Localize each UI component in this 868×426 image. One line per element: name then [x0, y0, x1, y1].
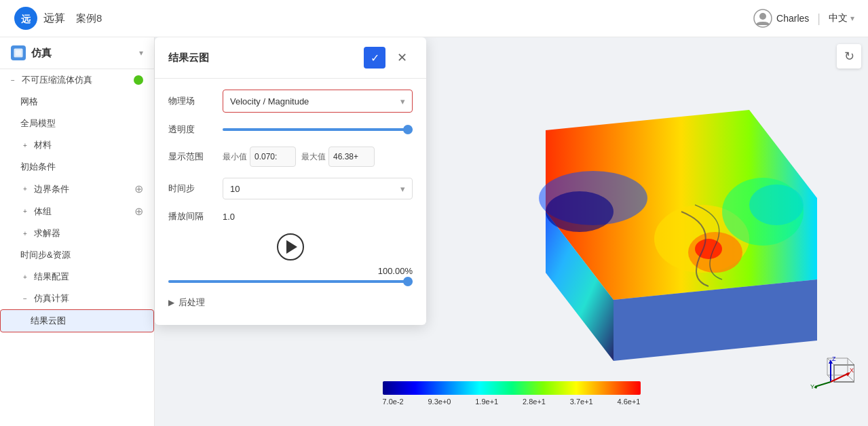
colorbar-label-1: 9.3e+0 [428, 398, 451, 406]
progress-slider-fill [168, 280, 413, 283]
app-title: 远算 [43, 12, 65, 26]
lang-label: 中文 [829, 12, 848, 24]
svg-line-23 [848, 375, 854, 382]
sidebar-item-mesh[interactable]: 网格 [0, 91, 154, 113]
colorbar [383, 381, 641, 395]
colorbar-container: 7.0e-2 9.3e+0 1.9e+1 2.8e+1 3.7e+1 4.6e+… [383, 381, 641, 406]
physics-field-row: 物理场 Velocity / Magnitude ▾ [168, 90, 413, 113]
sidebar-item-solver[interactable]: + 求解器 [0, 222, 154, 244]
colorbar-label-4: 3.7e+1 [570, 398, 593, 406]
transparency-slider-container [223, 128, 413, 131]
sidebar-item-initial-conditions[interactable]: 初始条件 [0, 156, 154, 178]
playback-interval-field: 1.0 [223, 210, 413, 222]
post-processing-label: 后处理 [178, 296, 205, 309]
svg-rect-5 [16, 50, 21, 56]
cube-icon [12, 47, 24, 59]
display-range-label: 显示范围 [168, 151, 216, 163]
header-divider: | [817, 12, 820, 26]
min-input[interactable]: 0.070: [250, 147, 296, 167]
add-boundary-icon[interactable]: ⊕ [134, 182, 143, 195]
physics-field-chevron-icon: ▾ [400, 96, 405, 106]
transparency-slider-thumb[interactable] [403, 125, 413, 134]
sidebar-item-boundary-conditions[interactable]: + 边界条件 ⊕ [0, 178, 154, 200]
physics-field-dropdown[interactable]: Velocity / Magnitude ▾ [223, 90, 413, 113]
sidebar-item-time-step[interactable]: 时间步&资源 [0, 244, 154, 266]
confirm-icon: ✓ [371, 52, 379, 64]
svg-point-3 [759, 13, 766, 20]
sidebar-item-body-groups[interactable]: + 体组 ⊕ [0, 200, 154, 222]
user-menu[interactable]: Charles [753, 9, 809, 28]
progress-slider-thumb[interactable] [403, 277, 413, 286]
transparency-slider-track [223, 128, 413, 131]
dialog-confirm-button[interactable]: ✓ [364, 47, 385, 69]
logo[interactable]: 远 远算 [14, 6, 65, 31]
max-value: 46.38+ [333, 152, 358, 161]
expand-icon: + [20, 185, 30, 194]
sidebar-header: 仿真 ▾ [0, 37, 154, 69]
timestep-select[interactable]: 10 ▾ [223, 178, 413, 199]
progress-text: 100.00% [378, 266, 413, 276]
max-range-group: 最大值 46.38+ [301, 147, 375, 167]
sidebar-item-simulation-calc[interactable]: − 仿真计算 [0, 288, 154, 309]
logo-icon: 远 [14, 6, 38, 31]
svg-text:远: 远 [21, 14, 31, 24]
progress-row: 100.00% [168, 266, 413, 276]
min-label: 最小值 [223, 151, 247, 163]
status-badge [134, 75, 143, 85]
svg-point-13 [546, 191, 614, 232]
sidebar-item-label: 时间步&资源 [20, 249, 71, 261]
sidebar-title-group: 仿真 [11, 45, 52, 60]
expand-icon: − [20, 294, 30, 303]
svg-text:Z: Z [832, 355, 836, 362]
max-label: 最大值 [301, 151, 326, 163]
display-range-row: 显示范围 最小值 0.070: 最大值 46.38+ [168, 147, 413, 167]
sidebar: 仿真 ▾ − 不可压缩流体仿真 网格 全局模型 + 材料 初始条件 + 边界条件… [0, 37, 155, 426]
sidebar-item-label: 体组 [34, 206, 52, 218]
timestep-label: 时间步 [168, 182, 216, 195]
language-selector[interactable]: 中文 ▾ [829, 12, 854, 24]
user-name: Charles [776, 13, 809, 24]
dialog-title: 结果云图 [168, 52, 209, 64]
svg-line-28 [831, 373, 849, 382]
close-icon: ✕ [397, 50, 407, 65]
refresh-button[interactable]: ↻ [837, 44, 861, 69]
sidebar-item-global-model[interactable]: 全局模型 [0, 113, 154, 134]
sidebar-item-label: 初始条件 [20, 161, 56, 173]
expand-icon: + [20, 140, 30, 150]
sidebar-item-materials[interactable]: + 材料 [0, 134, 154, 156]
sidebar-item-result-config[interactable]: + 结果配置 [0, 266, 154, 288]
transparency-label: 透明度 [168, 123, 216, 136]
sidebar-item-label: 网格 [20, 96, 38, 108]
dialog-close-button[interactable]: ✕ [391, 47, 413, 69]
3d-viewport[interactable] [426, 37, 868, 426]
max-input[interactable]: 46.38+ [328, 147, 375, 167]
axis-svg: Z X Y [807, 345, 854, 392]
min-value: 0.070: [254, 152, 277, 161]
sidebar-item-result-cloud[interactable]: 结果云图 [0, 309, 154, 332]
play-button[interactable] [277, 233, 304, 260]
post-processing-arrow-icon: ▶ [168, 298, 174, 307]
expand-icon: + [20, 229, 30, 238]
user-avatar-icon [753, 9, 772, 28]
colorbar-label-2: 1.9e+1 [475, 398, 498, 406]
physics-field-select[interactable]: Velocity / Magnitude ▾ [223, 90, 413, 113]
expand-icon: + [20, 272, 30, 282]
post-processing-section[interactable]: ▶ 后处理 [168, 291, 413, 314]
play-button-container [168, 233, 413, 260]
progress-slider-track [168, 280, 413, 283]
playback-interval-value: 1.0 [223, 212, 235, 222]
page-title: 案例8 [76, 12, 102, 25]
playback-interval-label: 播放间隔 [168, 210, 216, 222]
sidebar-item-label: 求解器 [34, 227, 60, 239]
sidebar-item-label: 材料 [34, 139, 52, 151]
sidebar-item-incompressible[interactable]: − 不可压缩流体仿真 [0, 69, 154, 91]
timestep-dropdown[interactable]: 10 ▾ [223, 178, 413, 199]
colorbar-label-3: 2.8e+1 [523, 398, 546, 406]
sidebar-label: 仿真 [31, 47, 52, 60]
timestep-row: 时间步 10 ▾ [168, 178, 413, 199]
dialog-actions: ✓ ✕ [364, 47, 413, 69]
axis-indicator: Z X Y [807, 345, 854, 392]
add-body-group-icon[interactable]: ⊕ [134, 205, 143, 218]
lang-chevron-icon: ▾ [850, 14, 854, 23]
sidebar-collapse-btn[interactable]: ▾ [139, 48, 143, 58]
